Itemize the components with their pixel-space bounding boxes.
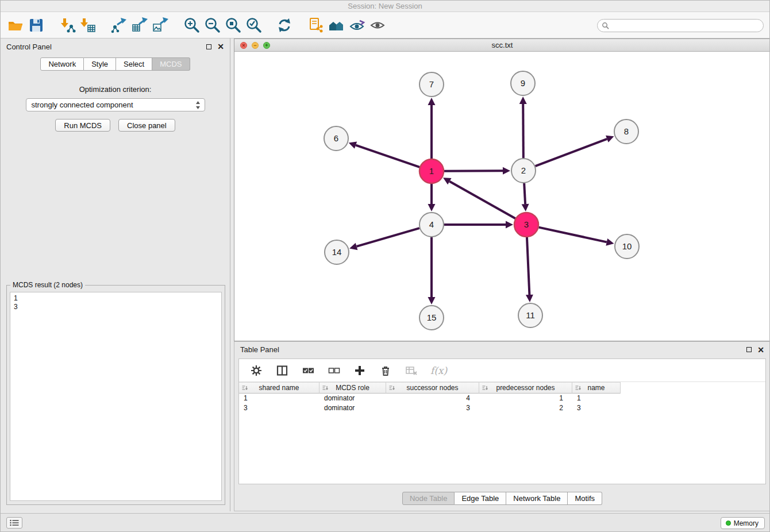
column-sort-icon[interactable] [575, 385, 581, 393]
table-cell[interactable]: 2 [479, 403, 572, 413]
graph-edge-3-10[interactable] [538, 228, 614, 246]
close-window-icon[interactable]: × [240, 42, 247, 49]
table-cell[interactable]: 1 [479, 394, 572, 403]
column-header-shared-name[interactable]: shared name [239, 382, 319, 394]
import-network-from-database-icon[interactable] [305, 15, 326, 36]
mcds-result-text[interactable]: 13 [10, 292, 222, 501]
export-network-icon[interactable] [109, 15, 129, 36]
graph-edge-4-14[interactable] [349, 228, 419, 250]
close-panel-button[interactable]: Close panel [118, 119, 175, 132]
graph-node-3[interactable]: 3 [514, 213, 538, 237]
optimization-criterion-select[interactable]: strongly connected component [26, 98, 205, 111]
tab-select[interactable]: Select [116, 57, 152, 71]
import-table-from-file-icon[interactable] [78, 15, 98, 36]
graph-node-11[interactable]: 11 [518, 303, 542, 327]
maximize-window-icon[interactable]: + [263, 42, 270, 49]
column-sort-icon[interactable] [241, 385, 248, 393]
eye-icon[interactable] [367, 15, 388, 36]
table-cell[interactable]: 3 [239, 403, 319, 413]
graph-node-8[interactable]: 8 [614, 119, 638, 144]
zoom-out-icon[interactable] [202, 15, 222, 36]
minimize-window-icon[interactable]: − [252, 42, 259, 49]
control-panel-title: Control Panel [6, 43, 206, 51]
mcds-result-title: MCDS result (2 nodes) [10, 281, 85, 289]
table-cell[interactable]: 3 [386, 403, 479, 413]
column-header-name[interactable]: name [572, 382, 621, 394]
run-mcds-button[interactable]: Run MCDS [55, 119, 110, 132]
zoom-selected-icon[interactable] [243, 15, 264, 36]
table-cell[interactable]: 4 [386, 394, 479, 403]
graph-edge-1-4[interactable] [428, 184, 436, 211]
network-canvas-area[interactable]: 7968124314101511 [234, 52, 770, 341]
save-session-icon[interactable] [26, 15, 47, 36]
column-header-mcds-role[interactable]: MCDS role [319, 382, 386, 394]
column-sort-icon[interactable] [322, 385, 328, 393]
table-cell[interactable]: dominator [319, 403, 386, 413]
table-cell[interactable]: dominator [319, 394, 386, 403]
network-overview-icon[interactable] [326, 15, 346, 36]
graph-node-15[interactable]: 15 [419, 306, 444, 330]
graph-node-4[interactable]: 4 [419, 213, 444, 237]
tab-network-table[interactable]: Network Table [506, 492, 568, 505]
export-image-icon[interactable] [150, 15, 171, 36]
column-sort-icon[interactable] [388, 385, 395, 393]
graph-edge-4-3[interactable] [444, 221, 513, 229]
network-window-titlebar[interactable]: × − + scc.txt [234, 39, 770, 52]
table-cell[interactable]: 3 [572, 403, 621, 413]
table-tabs: Node Table Edge Table Network Table Moti… [234, 492, 770, 505]
table-options-gear-icon[interactable] [249, 364, 263, 377]
apply-layout-icon[interactable] [274, 15, 295, 36]
graph-edge-2-9[interactable] [519, 97, 527, 158]
close-table-panel-icon[interactable]: ✕ [757, 347, 764, 353]
float-table-panel-icon[interactable] [746, 347, 752, 352]
memory-button[interactable]: Memory [721, 517, 765, 529]
graph-edge-1-2[interactable] [444, 167, 510, 175]
export-table-icon[interactable] [129, 15, 150, 36]
tab-node-table[interactable]: Node Table [402, 492, 455, 505]
console-list-icon[interactable] [6, 517, 22, 529]
float-panel-icon[interactable] [206, 44, 211, 49]
graph-node-6[interactable]: 6 [324, 126, 348, 151]
graph-node-9[interactable]: 9 [511, 71, 535, 95]
main-toolbar [1, 12, 769, 38]
zoom-fit-icon[interactable] [222, 15, 243, 36]
search-input[interactable] [597, 19, 764, 32]
tab-network[interactable]: Network [40, 57, 84, 71]
column-header-successor-nodes[interactable]: successor nodes [386, 382, 479, 394]
open-file-icon[interactable] [5, 15, 26, 36]
svg-text:11: 11 [526, 310, 535, 320]
select-all-icon[interactable] [301, 364, 315, 377]
tab-edge-table[interactable]: Edge Table [455, 492, 506, 505]
graph-node-2[interactable]: 2 [511, 159, 536, 183]
graph-node-1[interactable]: 1 [419, 159, 444, 183]
tab-motifs[interactable]: Motifs [568, 492, 602, 505]
add-row-icon[interactable] [353, 364, 367, 377]
graph-edge-1-6[interactable] [349, 142, 419, 167]
graph-edge-1-7[interactable] [428, 98, 436, 159]
column-header-predecessor-nodes[interactable]: predecessor nodes [479, 382, 572, 394]
graph-edge-2-3[interactable] [522, 183, 529, 211]
table-row[interactable]: 1dominator411 [239, 394, 621, 403]
graph-edge-3-11[interactable] [526, 237, 533, 302]
tab-mcds[interactable]: MCDS [152, 57, 190, 71]
graph-node-14[interactable]: 14 [325, 240, 349, 264]
table-cell[interactable]: 1 [239, 394, 319, 403]
table-toolbar: f(x) [239, 359, 765, 382]
graph-node-7[interactable]: 7 [419, 72, 444, 97]
close-panel-icon[interactable]: ✕ [217, 44, 224, 49]
zoom-in-icon[interactable] [181, 15, 202, 36]
table-cell[interactable]: 1 [572, 394, 621, 403]
table-row[interactable]: 3dominator323 [239, 403, 621, 413]
deselect-all-icon[interactable] [327, 364, 341, 377]
tab-style[interactable]: Style [84, 57, 116, 71]
column-sort-icon[interactable] [482, 385, 488, 393]
graph-edge-2-8[interactable] [536, 136, 614, 166]
import-network-from-file-icon[interactable] [57, 15, 78, 36]
graph-edge-3-1[interactable] [443, 178, 515, 218]
show-columns-icon[interactable] [275, 364, 289, 377]
graph-node-10[interactable]: 10 [615, 234, 639, 259]
style-preview-icon[interactable] [346, 15, 367, 36]
network-canvas[interactable]: 7968124314101511 [234, 52, 770, 341]
delete-row-icon[interactable] [379, 364, 392, 377]
graph-edge-4-15[interactable] [428, 237, 436, 304]
